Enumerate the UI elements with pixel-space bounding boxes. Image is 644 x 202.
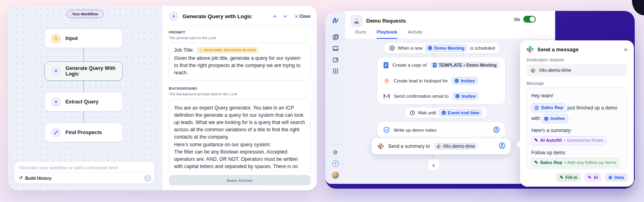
- ai-button[interactable]: ✎ AI: [584, 173, 602, 182]
- destination-channel-input[interactable]: #its-demo-time: [527, 64, 627, 76]
- step-create-copy[interactable]: Create a copy of TEMPLATE • Demo Meeting: [378, 57, 505, 73]
- token-label: Invitee: [461, 94, 476, 99]
- notes-step-card[interactable]: Write up demo notes: [378, 122, 505, 138]
- summary-intro: Here's a summary:: [531, 127, 623, 135]
- prompt-field[interactable]: Job Title: ϟ DESCRIBE DECISION MAKER Giv…: [169, 43, 310, 80]
- node-find-prospects[interactable]: Find Prospects: [44, 123, 123, 142]
- playbook-window: ⚙ ? Demo Requests Runs Playbook Activity: [325, 11, 635, 189]
- chip-label: DESCRIBE DECISION MAKER: [203, 48, 256, 52]
- node-input[interactable]: ϟ Input: [44, 29, 123, 48]
- trigger-step[interactable]: When a new Demo Meeting is scheduled: [384, 43, 500, 53]
- message-textarea[interactable]: Hey team! Sales Rep just finished up a d…: [527, 88, 627, 169]
- token-sublabel: • Add any follow-up items: [564, 159, 617, 166]
- action-editor-footer: Save Action: [162, 171, 317, 190]
- workflow-builder-window: Test Workflow ϟ Input ✦ Generate Query W…: [8, 6, 317, 190]
- node-extract-query[interactable]: ✦ Extract Query: [44, 92, 123, 112]
- node-label: Generate Query With Logic: [65, 65, 122, 77]
- invitee-token[interactable]: Invitee: [541, 114, 568, 123]
- slack-icon: [527, 46, 534, 53]
- add-step-button[interactable]: +: [428, 159, 439, 170]
- step-send-email[interactable]: Send confirmation email to Invitee: [378, 88, 505, 104]
- magic-pencil-icon: ✎: [534, 137, 538, 144]
- message-text: just finished up a demo: [567, 105, 617, 110]
- slack-channel-token[interactable]: #its-demo-time: [434, 143, 477, 150]
- tab-playbook[interactable]: Playbook: [377, 29, 397, 39]
- panel-toolbar: ✎ Fill-in ✎ AI ⊞ Data: [527, 173, 627, 182]
- demo-meeting-token[interactable]: Demo Meeting: [425, 44, 467, 52]
- chevron-down-icon[interactable]: [282, 13, 288, 19]
- sales-rep-token[interactable]: Sales Rep: [531, 103, 566, 113]
- tab-runs[interactable]: Runs: [355, 29, 366, 39]
- user-avatar[interactable]: [331, 171, 339, 179]
- build-history-button[interactable]: Build History: [25, 176, 142, 181]
- playbook-header: Demo Requests Runs Playbook Activity On: [345, 11, 555, 39]
- followup-fill-in-token[interactable]: ✎ Sales Rep • Add any follow-up items: [531, 158, 619, 167]
- action-editor-body: PROMPT The prompt sent to the LLM Job Ti…: [162, 25, 317, 171]
- prompt-field-label: Job Title:: [174, 47, 194, 53]
- background-section-hint: The background prompt sent to the LLM: [169, 92, 310, 96]
- test-workflow-button[interactable]: Test Workflow: [66, 10, 103, 18]
- fill-in-button[interactable]: ✎ Fill-in: [556, 173, 581, 182]
- step-group-card: Create a copy of TEMPLATE • Demo Meeting…: [378, 57, 505, 104]
- invitee-token[interactable]: Invitee: [452, 77, 478, 84]
- token-label: #its-demo-time: [443, 143, 475, 149]
- save-action-button[interactable]: Save Action: [169, 175, 310, 185]
- message-text: .: [569, 116, 570, 121]
- gmail-icon: [384, 94, 390, 99]
- runs-stack-icon[interactable]: [332, 34, 339, 41]
- tab-activity[interactable]: Activity: [408, 29, 422, 39]
- background-section-label: BACKGROUND: [169, 86, 310, 90]
- assignee-icon[interactable]: [499, 142, 506, 150]
- close-label: Close: [300, 14, 310, 19]
- history-icon: ↺: [19, 175, 23, 181]
- chevron-up-icon[interactable]: [271, 13, 278, 19]
- message-line: with Invitee .: [531, 114, 623, 123]
- background-field[interactable]: You are an expert Query generator. You t…: [169, 99, 310, 171]
- invitee-token[interactable]: Invitee: [453, 93, 478, 100]
- summary-step-card[interactable]: Send a summary to #its-demo-time: [371, 138, 511, 154]
- sidebar-divider: [331, 145, 340, 145]
- step-text: Create lead in Hubspot for: [394, 78, 448, 83]
- step-text: Create a copy of: [392, 63, 426, 67]
- prompt-section-label: PROMPT: [169, 30, 310, 34]
- task-checkbox-icon: [384, 127, 390, 133]
- close-button[interactable]: × Close: [295, 14, 310, 19]
- diagonal-arrow-icon: [51, 128, 61, 138]
- describe-decision-maker-chip[interactable]: ϟ DESCRIBE DECISION MAKER: [197, 47, 259, 53]
- google-docs-icon: [433, 63, 436, 67]
- template-doc-token[interactable]: TEMPLATE • Demo Meeting: [430, 62, 499, 68]
- message-line: Sales Rep just finished up a demo: [531, 103, 623, 113]
- token-sublabel: • Summarize Notes: [564, 137, 604, 144]
- inbox-icon[interactable]: [332, 45, 339, 52]
- assignee-icon[interactable]: [493, 126, 500, 134]
- share-window-icon[interactable]: [332, 56, 339, 63]
- action-editor-title: Generate Query with Logic: [183, 13, 267, 19]
- workflow-command-input[interactable]: Describe your workflow or add a command …: [15, 162, 154, 172]
- workflow-canvas[interactable]: Test Workflow ϟ Input ✦ Generate Query W…: [8, 6, 162, 190]
- token-label: Demo Meeting: [434, 46, 464, 50]
- app-logo-icon[interactable]: [331, 17, 340, 26]
- node-label: Find Prospects: [65, 130, 102, 135]
- playbook-on-toggle[interactable]: [523, 16, 536, 23]
- wait-step[interactable]: Wait until Event end time: [405, 107, 487, 118]
- step-create-lead[interactable]: Create lead in Hubspot for Invitee: [378, 73, 505, 89]
- help-icon[interactable]: ?: [332, 160, 339, 167]
- event-end-time-token[interactable]: Event end time: [439, 109, 482, 116]
- close-icon[interactable]: ×: [624, 46, 627, 53]
- prompt-text[interactable]: Given the above job title, generate a qu…: [174, 55, 305, 76]
- message-text: with: [531, 116, 540, 121]
- settings-gear-icon[interactable]: ⚙: [332, 149, 339, 156]
- hubspot-icon: [384, 78, 390, 84]
- background-text[interactable]: You are an expert Query generator. You t…: [174, 104, 305, 171]
- trigger-icon: [389, 45, 395, 51]
- step-text: Wait until: [418, 110, 436, 115]
- send-command-button[interactable]: [144, 175, 151, 182]
- destination-label: Destination channel: [527, 57, 627, 62]
- data-object-icon: [544, 117, 548, 121]
- data-button[interactable]: ⊞ Data: [605, 173, 627, 182]
- node-generate-query[interactable]: ✦ Generate Query With Logic: [44, 61, 123, 81]
- apps-grid-icon[interactable]: [332, 67, 339, 75]
- lightning-icon: ϟ: [51, 34, 61, 44]
- token-label: TEMPLATE • Demo Meeting: [438, 63, 497, 67]
- ai-autofill-token[interactable]: ✎ AI Autofill • Summarize Notes: [531, 136, 606, 145]
